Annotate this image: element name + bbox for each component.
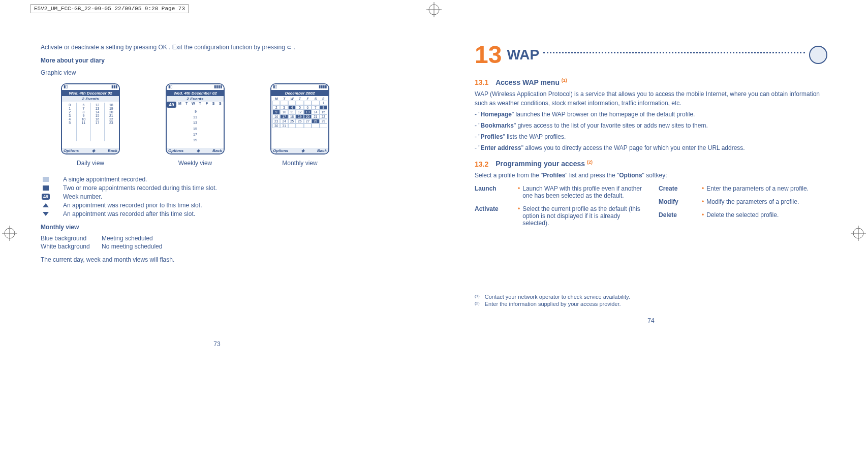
weekly-title: Wed. 4th December 02 (167, 90, 224, 96)
monthly-view-screen: ▮▯▮▮▮▮ December 2002 MTWTFSS 1 2345678 9… (270, 83, 329, 154)
opt-launch-label: Launch (475, 185, 515, 199)
print-header: E5V2_UM_FCC-GB_22-09-05 22/09/05 9:20 Pa… (30, 4, 189, 13)
opt-activate-label: Activate (475, 205, 515, 227)
arrow-down-icon (41, 211, 51, 217)
weekly-back: Back (212, 148, 222, 153)
fn1-text: Contact your network operator to check s… (485, 294, 630, 300)
fn2-num: (2) (475, 301, 480, 307)
week-badge: 49 (167, 102, 176, 108)
monthly-options: Options (273, 148, 288, 153)
more-about-diary-title: More about your diary (41, 56, 393, 65)
legend-week-no: Week number. (63, 193, 102, 200)
monthly-view-col: ▮▯▮▮▮▮ December 2002 MTWTFSS 1 2345678 9… (270, 83, 329, 167)
daily-back: Back (108, 148, 117, 153)
options-col-left: Launch•Launch WAP with this profile even… (475, 185, 643, 233)
opt-delete-label: Delete (659, 211, 699, 219)
intro-text: Activate or deactivate a setting by pres… (41, 43, 393, 52)
opt-launch-desc: Launch WAP with this profile even if ano… (522, 185, 643, 199)
page-number-right: 74 (475, 317, 827, 324)
page-number-left: 73 (41, 340, 393, 348)
opt-modify-desc: Modify the parameters of a profile. (706, 198, 799, 205)
page-right: 13 WAP 13.1 Access WAP menu (1) WAP (Wir… (434, 30, 868, 348)
item-homepage: - "Homepage" launches the WAP browser on… (475, 110, 827, 119)
footnote-ref-1: (1) (562, 78, 567, 83)
section-13-1-head: 13.1 Access WAP menu (1) (475, 78, 827, 86)
fn1-num: (1) (475, 294, 480, 300)
sec-13-1-title: Access WAP menu (495, 78, 560, 86)
single-appt-icon (41, 176, 51, 182)
legend-list: A single appointment recorded. Two or mo… (41, 176, 393, 218)
blue-bg-label: Blue background (41, 235, 102, 242)
views-row: ▮▯▮▮▮ Wed. 4th December 02 2 Events 0123… (61, 83, 393, 167)
battery-icon: ▮▯ (168, 84, 172, 90)
blue-bg-value: Meeting scheduled (102, 235, 153, 242)
chapter-header: 13 WAP (475, 41, 827, 69)
nav-icon: ◈ (197, 148, 200, 153)
crop-mark-left (2, 226, 17, 241)
monthly-view-title: Monthly view (41, 223, 393, 232)
crop-mark-top (426, 2, 442, 17)
signal-icon: ▮▮▮ (111, 84, 117, 90)
chapter-title: WAP (507, 47, 539, 63)
page-left: Activate or deactivate a setting by pres… (0, 30, 434, 348)
options-grid: Launch•Launch WAP with this profile even… (475, 185, 827, 233)
monthly-back: Back (317, 148, 327, 153)
white-bg-value: No meeting scheduled (102, 243, 162, 250)
weekly-view-col: ▮▯▮▮▮▮ Wed. 4th December 02 2 Events 49M… (166, 83, 225, 167)
daily-view-screen: ▮▯▮▮▮ Wed. 4th December 02 2 Events 0123… (61, 83, 120, 154)
daily-body: 012345 67891011 121314151617 18192021222… (62, 102, 119, 142)
item-enter-address: - "Enter address" allows you to directly… (475, 143, 827, 152)
nav-icon: ◈ (301, 148, 304, 153)
dotted-rule (543, 52, 805, 53)
legend-after: An appointment was recorded after this t… (63, 210, 195, 218)
fn2-text: Enter the information supplied by your a… (485, 301, 621, 307)
daily-sub: 2 Events (62, 96, 119, 102)
monthly-view-label: Monthly view (270, 160, 329, 167)
signal-icon: ▮▮▮▮ (319, 84, 327, 90)
legend-single: A single appointment recorded. (63, 176, 147, 183)
globe-icon (809, 46, 827, 64)
week-number-icon: 49 (41, 194, 51, 200)
section-13-2-head: 13.2 Programming your access (2) (475, 160, 827, 168)
multi-appt-icon (41, 185, 51, 191)
bullet-icon: • (518, 205, 520, 227)
flash-text: The current day, week and month views wi… (41, 255, 393, 264)
battery-icon: ▮▯ (273, 84, 277, 90)
opt-create-desc: Enter the parameters of a new profile. (706, 185, 809, 192)
footnotes: (1)Contact your network operator to chec… (475, 294, 827, 307)
wap-intro: WAP (Wireless Application Protocol) is a… (475, 89, 827, 108)
weekly-view-screen: ▮▯▮▮▮▮ Wed. 4th December 02 2 Events 49M… (166, 83, 225, 154)
daily-title: Wed. 4th December 02 (62, 90, 119, 96)
bullet-icon: • (702, 198, 704, 205)
white-bg-label: White background (41, 243, 102, 250)
opt-modify-label: Modify (659, 198, 699, 205)
weekly-view-label: Weekly view (166, 160, 225, 167)
weekly-options: Options (168, 148, 183, 153)
crop-mark-right (851, 226, 866, 241)
legend-multi: Two or more appointments recorded during… (63, 184, 217, 192)
sec-13-2-title: Programming your access (495, 160, 585, 168)
opt-activate-desc: Select the current profile as the defaul… (522, 205, 643, 227)
opt-create-label: Create (659, 185, 699, 192)
opt-delete-desc: Delete the selected profile. (706, 211, 779, 219)
sec-13-2-no: 13.2 (475, 160, 488, 168)
options-col-right: Create•Enter the parameters of a new pro… (659, 185, 827, 233)
bullet-icon: • (702, 211, 704, 219)
item-profiles: - "Profiles" lists the WAP profiles. (475, 132, 827, 141)
daily-view-label: Daily view (61, 160, 120, 167)
arrow-up-icon (41, 202, 51, 208)
bullet-icon: • (702, 185, 704, 192)
bullet-icon: • (518, 185, 520, 199)
weekly-body: 91113151719 (167, 108, 224, 150)
battery-icon: ▮▯ (64, 84, 68, 90)
daily-view-col: ▮▯▮▮▮ Wed. 4th December 02 2 Events 0123… (61, 83, 120, 167)
sec-13-1-no: 13.1 (475, 78, 488, 86)
graphic-view-label: Graphic view (41, 68, 393, 77)
daily-options: Options (64, 148, 79, 153)
monthly-body: MTWTFSS 1 2345678 9101112131415 16171819… (271, 96, 328, 139)
monthly-title: December 2002 (271, 90, 328, 96)
signal-icon: ▮▮▮▮ (214, 84, 222, 90)
footnote-ref-2: (2) (587, 160, 593, 165)
nav-icon: ◈ (92, 148, 95, 153)
sec-13-2-intro: Select a profile from the "Profiles" lis… (475, 171, 827, 180)
